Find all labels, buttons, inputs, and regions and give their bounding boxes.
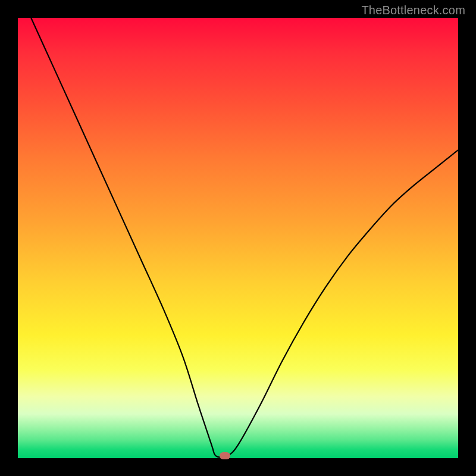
chart-frame: TheBottleneck.com	[0, 0, 476, 476]
optimal-point-marker	[220, 452, 230, 459]
bottleneck-curve	[18, 18, 458, 458]
plot-area	[18, 18, 458, 458]
watermark-text: TheBottleneck.com	[361, 4, 465, 17]
curve-path	[31, 18, 458, 458]
